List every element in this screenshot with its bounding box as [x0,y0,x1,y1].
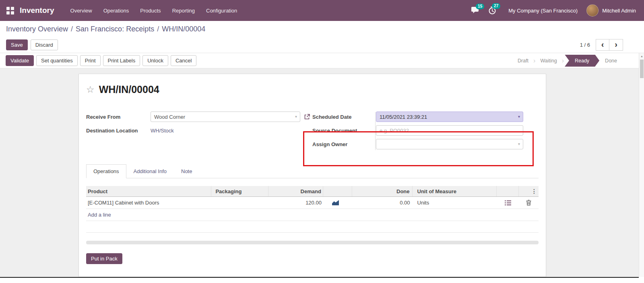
scheduled-date-field[interactable]: 11/05/2021 23:39:21 ▾ [376,112,523,122]
validate-button[interactable]: Validate [6,55,34,66]
put-in-pack-button[interactable]: Put in Pack [86,253,122,264]
pager-buttons: ‹ › [596,39,623,51]
table-horizontal-scrollbar[interactable] [86,241,539,244]
receive-from-label: Receive From [86,114,151,120]
header-options-cell: ⋮ [519,186,539,196]
cell-demand: 120.00 [268,197,323,209]
chevron-down-icon[interactable]: ▾ [518,142,520,146]
discard-button[interactable]: Discard [31,39,58,50]
state-separator-icon: › [562,57,564,64]
receive-from-field[interactable]: Wood Corner ▾ [151,112,300,122]
source-document-label: Source Document [312,128,376,134]
activities-count-badge: 27 [492,3,500,9]
optional-columns-icon[interactable]: ⋮ [531,188,537,194]
status-pipeline: Draft › Waiting › Ready Done [513,55,622,67]
scrollbar-up-arrow-icon[interactable]: ▲ [640,55,643,58]
header-graph-spacer [323,186,352,196]
form-left-column: Receive From Wood Corner ▾ [86,112,312,153]
assign-owner-field[interactable]: ▾ [376,139,523,149]
menu-item-operations[interactable]: Operations [98,0,135,21]
messages-count-badge: 15 [476,4,484,9]
cell-detailed-operations [497,197,519,209]
destination-location-label: Destination Location [86,128,151,134]
chevron-down-icon[interactable]: ▾ [295,114,297,119]
window-bottom-edge [0,277,639,278]
pager-previous-button[interactable]: ‹ [596,39,609,51]
save-button[interactable]: Save [6,39,28,50]
header-packaging[interactable]: Packaging [211,186,268,196]
vertical-scrollbar[interactable]: ▲ [639,53,644,277]
source-document-input[interactable] [376,125,523,136]
header-done[interactable]: Done [352,186,413,196]
state-waiting: Waiting [535,58,561,64]
statusbar: Validate Set quantities Print Print Labe… [0,53,644,68]
page: Inventory Overview Operations Products R… [0,0,644,283]
destination-location-value[interactable]: WH/Stock [151,128,174,134]
tab-operations[interactable]: Operations [86,164,126,178]
form-column-divider [375,112,376,150]
detailed-operations-icon[interactable] [505,200,511,205]
favorite-star-icon[interactable]: ☆ [86,85,95,94]
scrollbar-thumb[interactable] [640,60,644,78]
menu-item-products[interactable]: Products [134,0,166,21]
print-button[interactable]: Print [80,55,101,66]
top-navbar: Inventory Overview Operations Products R… [0,0,644,21]
header-demand[interactable]: Demand [268,186,323,196]
tab-additional-info[interactable]: Additional Info [126,164,174,178]
menu-item-overview[interactable]: Overview [65,0,98,21]
operations-table: Product Packaging Demand Done Unit of Me… [86,186,539,244]
receive-from-row: Receive From Wood Corner ▾ [86,112,312,122]
cell-done: 0.00 [352,197,413,209]
main-menu: Overview Operations Products Reporting C… [65,0,243,21]
receive-from-value: Wood Corner [154,114,185,120]
chevron-left-icon: ‹ [601,40,604,48]
destination-location-row: Destination Location WH/Stock [86,125,312,136]
control-panel: Save Discard 1 / 6 ‹ › [0,37,644,53]
breadcrumb-current: WH/IN/00004 [162,25,205,33]
header-unit-of-measure[interactable]: Unit of Measure [413,186,497,196]
navbar-right: 15 27 My Company (San Francisco) Mitchel… [467,4,636,17]
menu-item-configuration[interactable]: Configuration [200,0,243,21]
tab-note[interactable]: Note [174,164,199,178]
breadcrumb-inventory-overview[interactable]: Inventory Overview [6,25,68,33]
assign-owner-row: Assign Owner ▾ [312,139,539,149]
user-avatar[interactable] [586,4,599,17]
add-a-line-link[interactable]: Add a line [86,212,111,218]
state-done: Done [600,58,622,64]
app-name[interactable]: Inventory [20,6,54,15]
breadcrumb-row: Inventory Overview/San Francisco: Receip… [0,21,644,37]
cell-unit-of-measure: Units [413,197,497,209]
table-row[interactable]: [E-COM11] Cabinet with Doors 120.00 0.00… [86,197,539,209]
user-menu[interactable]: Mitchell Admin [602,8,636,14]
cell-delete [519,197,539,209]
chevron-down-icon[interactable]: ▾ [518,114,520,119]
forecast-chart-icon[interactable] [332,200,339,205]
source-document-row: Source Document [312,125,539,136]
header-product[interactable]: Product [86,186,211,196]
assign-owner-label: Assign Owner [312,141,376,147]
unlock-button[interactable]: Unlock [142,55,168,66]
activities-menu-button[interactable]: 27 [488,6,496,14]
external-link-icon[interactable] [304,114,310,120]
trash-icon[interactable] [526,200,531,206]
set-quantities-button[interactable]: Set quantities [36,55,78,66]
state-ready-active: Ready [565,55,599,67]
table-footer: Put in Pack [86,253,539,264]
pager-next-button[interactable]: › [609,39,623,51]
apps-menu-icon[interactable] [6,7,14,14]
notebook-tabs: Operations Additional Info Note [86,164,539,178]
print-labels-button[interactable]: Print Labels [103,55,140,66]
cancel-button[interactable]: Cancel [171,55,196,66]
content-area: ☆ WH/IN/00004 Receive From Wood Corner ▾ [0,68,639,277]
form-fields: Receive From Wood Corner ▾ [79,95,546,153]
messages-menu-button[interactable]: 15 [471,7,480,14]
chevron-right-icon: › [615,40,617,48]
breadcrumb-receipts[interactable]: San Francisco: Receipts [76,25,154,33]
breadcrumb-separator: / [157,25,159,33]
scheduled-date-label: Scheduled Date [312,114,376,120]
header-buttons-spacer [497,186,519,196]
company-switcher[interactable]: My Company (San Francisco) [508,8,578,14]
form-right-column: Scheduled Date 11/05/2021 23:39:21 ▾ Sou… [312,112,539,153]
add-line-row: Add a line [86,209,539,221]
menu-item-reporting[interactable]: Reporting [167,0,200,21]
